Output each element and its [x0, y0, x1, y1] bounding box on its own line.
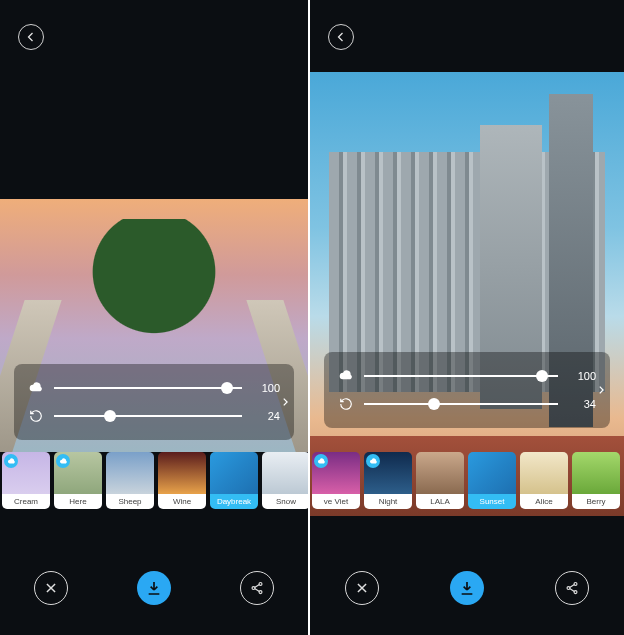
back-button[interactable]: [328, 24, 354, 50]
filter-label: LALA: [416, 494, 464, 509]
filter-thumbnail: [210, 452, 258, 494]
cloud-badge-icon: [4, 454, 18, 468]
download-button[interactable]: [450, 571, 484, 605]
filter-thumbnail: [520, 452, 568, 494]
filter-label: Night: [364, 494, 412, 509]
filter-lala[interactable]: LALA: [416, 452, 464, 509]
action-bar: [0, 567, 308, 609]
filter-thumbnail: [572, 452, 620, 494]
filter-sheep[interactable]: Sheep: [106, 452, 154, 509]
filter-label: Berry: [572, 494, 620, 509]
filter-berry[interactable]: Berry: [572, 452, 620, 509]
filter-label: Daybreak: [210, 494, 258, 509]
filter-label: Here: [54, 494, 102, 509]
filter-night[interactable]: Night: [364, 452, 412, 509]
filter-label: Snow: [262, 494, 308, 509]
slider-panel: 100 24: [14, 364, 294, 440]
filter-here[interactable]: Here: [54, 452, 102, 509]
filter-cream[interactable]: Cream: [2, 452, 50, 509]
editor-panel-left: 100 24 CreamHereSheepWineDaybreakSnow: [0, 0, 308, 635]
close-button[interactable]: [345, 571, 379, 605]
download-button[interactable]: [137, 571, 171, 605]
cloud-badge-icon: [366, 454, 380, 468]
share-button[interactable]: [555, 571, 589, 605]
slider-panel: 100 34: [324, 352, 610, 428]
filter-snow[interactable]: Snow: [262, 452, 308, 509]
filter-thumbnail: [106, 452, 154, 494]
intensity-slider[interactable]: [364, 375, 558, 377]
filter-wine[interactable]: Wine: [158, 452, 206, 509]
filter-thumbnail: [468, 452, 516, 494]
cloud-badge-icon: [314, 454, 328, 468]
back-button[interactable]: [18, 24, 44, 50]
cloud-badge-icon: [56, 454, 70, 468]
filter-thumbnail: [262, 452, 308, 494]
filter-thumbnail: [158, 452, 206, 494]
preview-image: 100 24: [0, 199, 308, 452]
filter-label: Cream: [2, 494, 50, 509]
secondary-slider[interactable]: [364, 403, 558, 405]
filter-sunset[interactable]: Sunset: [468, 452, 516, 509]
close-button[interactable]: [34, 571, 68, 605]
expand-controls-button[interactable]: [276, 383, 294, 421]
cloud-icon: [28, 380, 44, 396]
filter-label: Wine: [158, 494, 206, 509]
rotate-icon: [338, 396, 354, 412]
editor-panel-right: 100 34 ve VietNightLALASunsetAliceBerryW…: [310, 0, 624, 635]
filter-label: Sunset: [468, 494, 516, 509]
rotate-icon: [28, 408, 44, 424]
filter-ve-viet[interactable]: ve Viet: [312, 452, 360, 509]
filter-label: ve Viet: [312, 494, 360, 509]
filter-daybreak[interactable]: Daybreak: [210, 452, 258, 509]
share-button[interactable]: [240, 571, 274, 605]
secondary-slider[interactable]: [54, 415, 242, 417]
preview-image: 100 34: [310, 72, 624, 516]
filter-strip[interactable]: ve VietNightLALASunsetAliceBerryWalk: [310, 452, 624, 509]
filter-label: Alice: [520, 494, 568, 509]
filter-thumbnail: [416, 452, 464, 494]
filter-label: Sheep: [106, 494, 154, 509]
filter-strip[interactable]: CreamHereSheepWineDaybreakSnow: [0, 452, 308, 509]
filter-alice[interactable]: Alice: [520, 452, 568, 509]
cloud-icon: [338, 368, 354, 384]
action-bar: [310, 567, 624, 609]
expand-controls-button[interactable]: [592, 371, 610, 409]
intensity-slider[interactable]: [54, 387, 242, 389]
